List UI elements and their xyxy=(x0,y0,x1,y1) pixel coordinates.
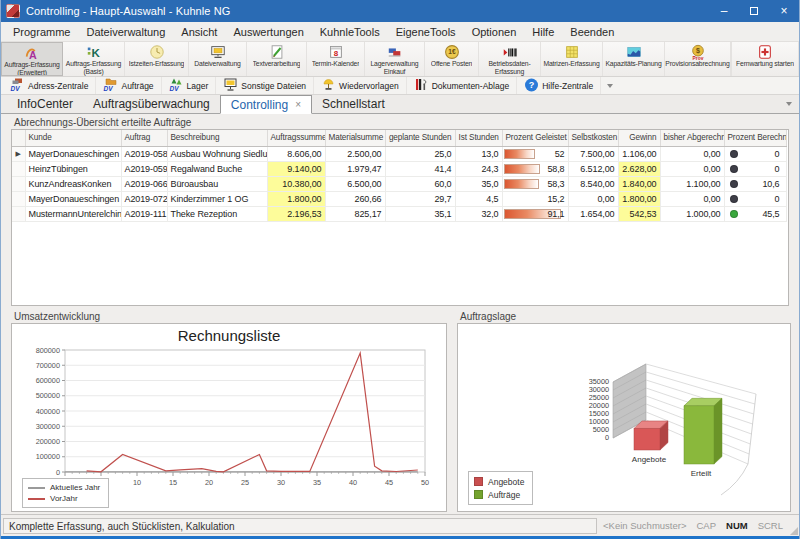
menu-item-optionen[interactable]: Optionen xyxy=(464,22,525,41)
menu-item-ansicht[interactable]: Ansicht xyxy=(173,22,225,41)
toolbar-button-offene-posten[interactable]: 1€ Offene Posten xyxy=(425,42,479,76)
toolbar-button-label: Lagerverwaltung Einkauf xyxy=(365,60,424,76)
minimize-button[interactable]: – xyxy=(709,0,739,22)
toolbar-button-textverarbeitung[interactable]: Textverarbeitung xyxy=(247,42,307,76)
toolbar-button-label: Auftrags-Erfassung (Basis) xyxy=(63,60,124,76)
column-header-auftrag[interactable]: Auftrag xyxy=(121,130,167,146)
toolbar-button-termin-kalender[interactable]: 8 Termin-Kalender xyxy=(307,42,365,76)
maximize-button[interactable] xyxy=(739,0,769,22)
toolbar-button-label: Kapazitäts-Planung xyxy=(605,60,661,68)
row-selector xyxy=(12,176,25,191)
revenue-line-chart: 0100000200000300000400000500000600000700… xyxy=(19,344,439,490)
row-selector xyxy=(12,206,25,221)
menu-item-hilfe[interactable]: Hilfe xyxy=(524,22,562,41)
cell-auftragssumme: 2.196,53 xyxy=(267,206,325,221)
cell-prozent-berechnet: 10,6 xyxy=(724,176,786,191)
tab-schnellstart[interactable]: Schnellstart xyxy=(312,95,395,113)
tabstrip-chevron-icon[interactable] xyxy=(786,102,792,106)
cell-beschreibung: Kinderzimmer 1 OG xyxy=(167,191,267,206)
toolbar-button-sonstige-dateien[interactable]: Sonstige Dateien xyxy=(216,77,314,94)
toolbar-button-auftrags-erfassung-basis[interactable]: K Auftrags-Erfassung (Basis) xyxy=(63,42,125,76)
follow-ups-lamp-icon xyxy=(321,78,336,94)
toolbar-overflow-chevron-icon[interactable] xyxy=(607,84,613,88)
resize-grip[interactable] xyxy=(790,527,798,535)
file-management-monitor-icon xyxy=(210,44,226,59)
toolbar-button-betriebsdaten-erfassung[interactable]: Betriebsdaten-Erfassung xyxy=(479,42,541,76)
capacity-planning-chart-icon xyxy=(626,44,642,59)
toolbar-button-adress-zentrale[interactable]: DV Adress-Zentrale xyxy=(3,77,96,94)
toolbar-button-hilfe-zentrale[interactable]: ? Hilfe-Zentrale xyxy=(517,77,601,94)
operating-data-barcode-icon xyxy=(502,44,518,59)
cell-prozent-berechnet: 0 xyxy=(724,146,786,161)
column-header-auftragssumme[interactable]: Auftragssumme xyxy=(267,130,325,146)
column-header-ist-stunden[interactable]: Ist Stunden xyxy=(455,130,502,146)
cell-auftrag: A2019-058 xyxy=(121,146,167,161)
cell-gewinn: 1.800,00 xyxy=(618,191,660,206)
title-bar: Controlling - Haupt-Auswahl - Kuhnle NG … xyxy=(1,0,799,22)
close-button[interactable]: × xyxy=(769,0,799,22)
toolbar-button-istzeiten-erfassung[interactable]: Istzeiten-Erfassung xyxy=(125,42,189,76)
menu-item-kuhnletools[interactable]: KuhnleTools xyxy=(312,22,388,41)
app-icon xyxy=(6,4,20,18)
menu-item-eigenetools[interactable]: EigeneTools xyxy=(388,22,464,41)
column-header-geplante-stunden[interactable]: geplante Stunden xyxy=(385,130,455,146)
cell-auftrag: A2019-072 xyxy=(121,191,167,206)
toolbar-button-label: Offene Posten xyxy=(431,60,472,68)
tab-infocenter[interactable]: InfoCenter xyxy=(7,95,83,113)
toolbar-button-label: Provisionsabrechnung xyxy=(665,60,729,68)
progress-bar xyxy=(504,179,540,189)
svg-text:DV: DV xyxy=(11,85,21,92)
toolbar-button-provisionsabrechnung[interactable]: $Prov Provisionsabrechnung xyxy=(665,42,731,76)
cell-prozent-geleistet: 91,1 xyxy=(502,206,568,221)
cell-bisher-abgerechnet: 0,00 xyxy=(660,161,724,176)
menu-item-programme[interactable]: Programme xyxy=(5,22,78,41)
table-row[interactable]: KunzAndreasKonken A2019-066 Büroausbau 1… xyxy=(12,176,786,191)
toolbar-button-label: Termin-Kalender xyxy=(312,60,360,68)
svg-text:30: 30 xyxy=(277,478,285,487)
orders-table-container: Kunde Auftrag Beschreibung Auftragssumme… xyxy=(11,129,789,306)
cell-ist-stunden: 13,0 xyxy=(455,146,502,161)
menu-item-beenden[interactable]: Beenden xyxy=(562,22,622,41)
toolbar-button-fernwartung-starten[interactable]: Fernwartung starten xyxy=(731,42,799,76)
column-header-prozent-geleistet[interactable]: Prozent Geleistet xyxy=(502,130,568,146)
toolbar-button-label: Hilfe-Zentrale xyxy=(542,81,593,91)
toolbar-button-matrizen-erfassung[interactable]: Matrizen-Erfassung xyxy=(541,42,603,76)
table-row[interactable]: ▶ MayerDonaueschingen A2019-058 Ausbau W… xyxy=(12,146,786,161)
status-bar: Komplette Erfassung, auch Stücklisten, K… xyxy=(1,514,799,536)
column-header-kunde[interactable]: Kunde xyxy=(25,130,121,146)
column-header-bisher-abgerechnet[interactable]: bisher Abgerechnet xyxy=(660,130,724,146)
table-row[interactable]: HeinzTübingen A2019-059 Regalwand Buche … xyxy=(12,161,786,176)
content-area: Abrechnungs-Übersicht erteilte Aufträge … xyxy=(1,114,799,514)
toolbar-button-dokumenten-ablage[interactable]: Dokumenten-Ablage xyxy=(407,77,518,94)
toolbar-button-wiedervorlagen[interactable]: Wiedervorlagen xyxy=(314,77,407,94)
toolbar-button-auftraege[interactable]: DV Aufträge xyxy=(96,77,161,94)
toolbar-button-dateiverwaltung[interactable]: Dateiverwaltung xyxy=(189,42,247,76)
toolbar-button-label: Fernwartung starten xyxy=(736,60,794,68)
scroll-lock-indicator: SCRL xyxy=(758,520,783,531)
table-row[interactable]: MayerDonaueschingen A2019-072 Kinderzimm… xyxy=(12,191,786,206)
toolbar-button-kapazitaets-planung[interactable]: Kapazitäts-Planung xyxy=(603,42,665,76)
column-header-gewinn[interactable]: Gewinn xyxy=(618,130,660,146)
matrix-grid-icon xyxy=(564,44,580,59)
toolbar-button-auftrags-erfassung-erweitert[interactable]: A Auftrags-Erfassung (Erweitert) xyxy=(1,42,63,76)
group-label: Auftragslage xyxy=(457,310,791,323)
legend-square-swatch xyxy=(474,477,483,486)
order-entry-extended-icon: A xyxy=(24,45,40,60)
toolbar-button-lagerverwaltung-einkauf[interactable]: Lagerverwaltung Einkauf xyxy=(365,42,425,76)
row-selector xyxy=(12,161,25,176)
column-header-prozent-berechnet[interactable]: Prozent Berechnet xyxy=(724,130,786,146)
table-row[interactable]: MustermannUnterelchingen A2019-111 Theke… xyxy=(12,206,786,221)
column-header-materialsumme[interactable]: Materialsumme xyxy=(325,130,385,146)
menu-item-auswertungen[interactable]: Auswertungen xyxy=(225,22,311,41)
cell-kunde: MustermannUnterelchingen xyxy=(25,206,121,221)
column-header-beschreibung[interactable]: Beschreibung xyxy=(167,130,267,146)
toolbar-button-lager[interactable]: DV Lager xyxy=(162,77,217,94)
tab-close-icon[interactable]: × xyxy=(295,100,301,110)
tab-controlling[interactable]: Controlling × xyxy=(220,95,312,114)
legend-label: Angebote xyxy=(488,477,524,487)
tab-auftragsueberwachung[interactable]: Auftragsüberwachung xyxy=(83,95,220,113)
column-header-selbstkosten[interactable]: Selbstkosten xyxy=(568,130,618,146)
menu-item-dateiverwaltung[interactable]: Dateiverwaltung xyxy=(78,22,173,41)
svg-text:1€: 1€ xyxy=(448,48,456,55)
svg-text:25: 25 xyxy=(241,478,249,487)
